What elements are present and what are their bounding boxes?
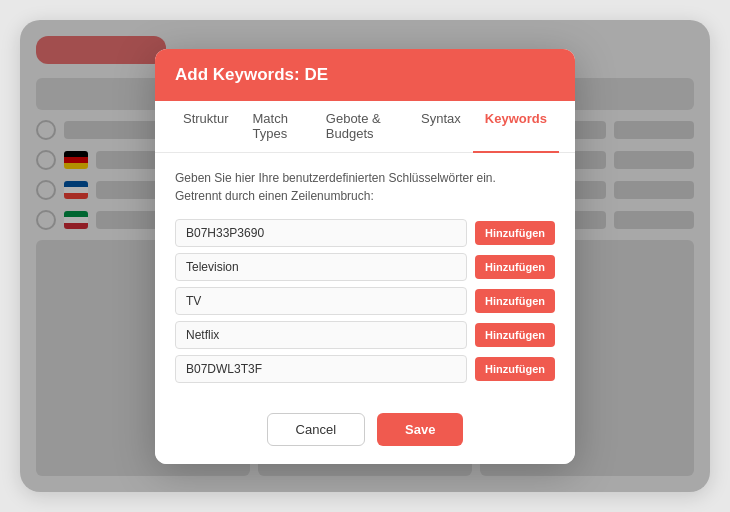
keyword-row: Hinzufügen — [175, 287, 555, 315]
cancel-button[interactable]: Cancel — [267, 413, 365, 446]
hinzufugen-button-5[interactable]: Hinzufügen — [475, 357, 555, 381]
modal-footer: Cancel Save — [155, 399, 575, 464]
modal-title: Add Keywords: DE — [175, 65, 328, 84]
keyword-input-3[interactable] — [175, 287, 467, 315]
modal-tabs: Struktur Match Types Gebote & Budgets Sy… — [155, 101, 575, 153]
keyword-input-2[interactable] — [175, 253, 467, 281]
modal-body: Geben Sie hier Ihre benutzerdefinierten … — [155, 153, 575, 399]
keyword-row: Hinzufügen — [175, 219, 555, 247]
tab-struktur[interactable]: Struktur — [171, 101, 241, 153]
modal-overlay: Add Keywords: DE Struktur Match Types Ge… — [20, 20, 710, 492]
device-frame: Add Keywords: DE Struktur Match Types Ge… — [20, 20, 710, 492]
tab-syntax[interactable]: Syntax — [409, 101, 473, 153]
keyword-input-5[interactable] — [175, 355, 467, 383]
modal-dialog: Add Keywords: DE Struktur Match Types Ge… — [155, 49, 575, 464]
tab-gebote[interactable]: Gebote & Budgets — [314, 101, 409, 153]
hinzufugen-button-1[interactable]: Hinzufügen — [475, 221, 555, 245]
keyword-row: Hinzufügen — [175, 253, 555, 281]
modal-header: Add Keywords: DE — [155, 49, 575, 101]
modal-description: Geben Sie hier Ihre benutzerdefinierten … — [175, 169, 555, 205]
keyword-input-4[interactable] — [175, 321, 467, 349]
hinzufugen-button-4[interactable]: Hinzufügen — [475, 323, 555, 347]
tab-match-types[interactable]: Match Types — [241, 101, 314, 153]
keyword-rows: Hinzufügen Hinzufügen Hinzufügen Hinzufü… — [175, 219, 555, 383]
keyword-row: Hinzufügen — [175, 355, 555, 383]
hinzufugen-button-3[interactable]: Hinzufügen — [475, 289, 555, 313]
tab-keywords[interactable]: Keywords — [473, 101, 559, 153]
keyword-row: Hinzufügen — [175, 321, 555, 349]
save-button[interactable]: Save — [377, 413, 463, 446]
hinzufugen-button-2[interactable]: Hinzufügen — [475, 255, 555, 279]
keyword-input-1[interactable] — [175, 219, 467, 247]
